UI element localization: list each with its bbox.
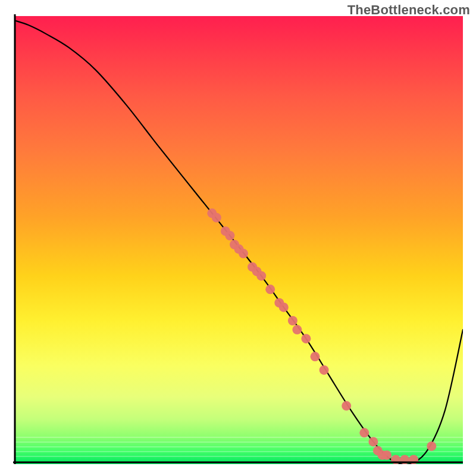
data-marker xyxy=(427,441,436,451)
marker-group xyxy=(207,208,436,464)
data-marker xyxy=(391,455,400,465)
curve-svg xyxy=(15,16,463,464)
data-marker xyxy=(212,213,221,223)
data-marker xyxy=(239,249,248,258)
data-marker xyxy=(265,284,275,294)
plot-inner xyxy=(15,16,463,464)
data-marker xyxy=(368,437,378,446)
data-marker xyxy=(400,455,409,465)
data-marker xyxy=(359,428,369,437)
data-marker xyxy=(409,455,418,465)
data-marker xyxy=(382,450,392,460)
data-marker xyxy=(225,231,234,240)
plot-area xyxy=(13,14,463,464)
bottleneck-curve xyxy=(15,21,463,465)
data-marker xyxy=(256,271,266,281)
data-marker xyxy=(279,302,289,312)
data-marker xyxy=(311,352,320,361)
data-marker xyxy=(320,365,329,375)
chart-container: TheBottleneck.com xyxy=(0,0,476,476)
watermark-text: TheBottleneck.com xyxy=(347,2,470,18)
data-marker xyxy=(292,325,302,334)
data-marker xyxy=(301,334,311,343)
data-marker xyxy=(288,316,298,325)
data-marker xyxy=(342,401,351,411)
